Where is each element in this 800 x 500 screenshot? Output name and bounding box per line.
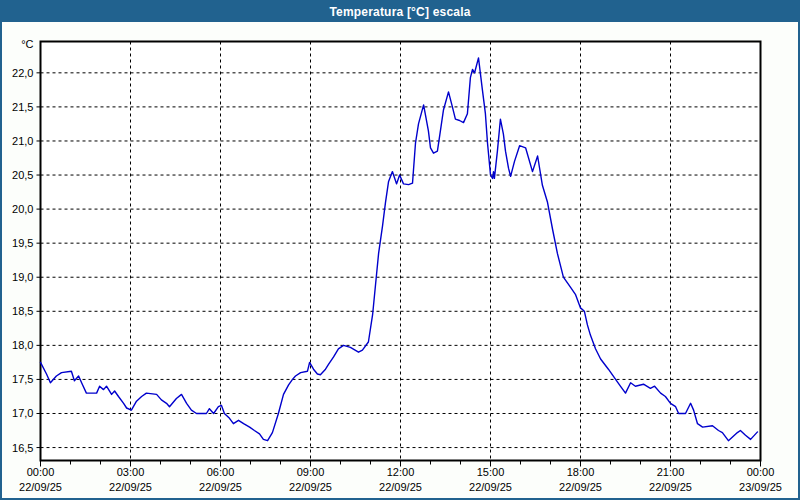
x-tick-time-label: 18:00 xyxy=(567,466,595,478)
x-tick-date-label: 23/09/25 xyxy=(739,481,782,493)
x-tick-date-label: 22/09/25 xyxy=(19,481,62,493)
y-tick-label: 21,5 xyxy=(12,101,33,113)
y-tick-label: 16,5 xyxy=(12,442,33,454)
y-tick-label: 22,0 xyxy=(12,67,33,79)
window-titlebar[interactable]: Temperatura [°C] escala xyxy=(2,2,798,22)
y-tick-label: 21,0 xyxy=(12,135,33,147)
app-window: Temperatura [°C] escala 22,021,521,020,5… xyxy=(0,0,800,500)
x-tick-date-label: 22/09/25 xyxy=(199,481,242,493)
x-tick-date-label: 22/09/25 xyxy=(559,481,602,493)
y-tick-label: 17,0 xyxy=(12,407,33,419)
x-tick-date-label: 22/09/25 xyxy=(109,481,152,493)
x-tick-time-label: 21:00 xyxy=(657,466,685,478)
x-tick-date-label: 22/09/25 xyxy=(379,481,422,493)
x-tick-time-label: 12:00 xyxy=(387,466,415,478)
y-tick-label: 19,0 xyxy=(12,271,33,283)
chart-canvas: 22,021,521,020,520,019,519,018,518,017,5… xyxy=(0,0,800,500)
x-tick-date-label: 22/09/25 xyxy=(649,481,692,493)
x-tick-time-label: 09:00 xyxy=(297,466,325,478)
x-tick-time-label: 06:00 xyxy=(207,466,235,478)
y-tick-label: 20,5 xyxy=(12,169,33,181)
y-tick-label: 18,0 xyxy=(12,339,33,351)
y-tick-label: 17,5 xyxy=(12,373,33,385)
x-tick-time-label: 00:00 xyxy=(747,466,775,478)
y-tick-label: 20,0 xyxy=(12,203,33,215)
x-tick-date-label: 22/09/25 xyxy=(469,481,512,493)
x-tick-time-label: 03:00 xyxy=(117,466,145,478)
x-tick-time-label: 15:00 xyxy=(477,466,505,478)
x-tick-date-label: 22/09/25 xyxy=(289,481,332,493)
y-tick-label: 19,5 xyxy=(12,237,33,249)
y-tick-label: 18,5 xyxy=(12,305,33,317)
window-title: Temperatura [°C] escala xyxy=(329,5,470,19)
x-tick-time-label: 00:00 xyxy=(27,466,55,478)
y-axis-unit-label: °C xyxy=(21,38,33,50)
